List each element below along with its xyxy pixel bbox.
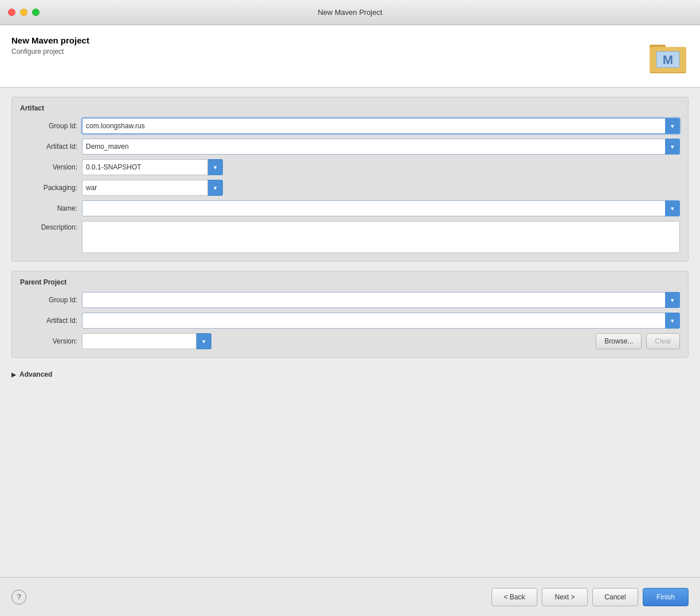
group-id-dropdown[interactable]: [665, 118, 680, 134]
browse-button[interactable]: Browse...: [596, 333, 642, 349]
svg-text:M: M: [663, 53, 673, 67]
parent-version-select[interactable]: [82, 333, 196, 349]
traffic-lights: [8, 9, 40, 16]
close-button[interactable]: [8, 9, 15, 16]
parent-artifact-id-row: Artifact Id:: [20, 313, 680, 329]
parent-group-id-row: Group Id:: [20, 292, 680, 308]
parent-group-id-input[interactable]: [82, 292, 680, 308]
artifact-id-input[interactable]: [82, 139, 680, 155]
maven-icon: M: [647, 35, 689, 77]
parent-artifact-id-input[interactable]: [82, 313, 680, 329]
version-select-wrapper: 0.0.1-SNAPSHOT: [82, 159, 223, 175]
title-bar: New Maven Project: [0, 0, 700, 25]
version-label: Version:: [20, 163, 77, 171]
name-row: Name:: [20, 200, 680, 216]
group-id-wrapper: [82, 118, 680, 134]
advanced-arrow-icon: ▶: [11, 371, 16, 378]
parent-group-id-dropdown[interactable]: [665, 292, 680, 308]
next-button[interactable]: Next >: [542, 588, 588, 606]
packaging-dropdown-btn[interactable]: [208, 180, 223, 196]
dialog-footer: ? < Back Next > Cancel Finish: [0, 577, 700, 616]
artifact-id-label: Artifact Id:: [20, 143, 77, 151]
parent-version-label: Version:: [20, 337, 77, 345]
version-select[interactable]: 0.0.1-SNAPSHOT: [82, 159, 208, 175]
packaging-row: Packaging: war jar pom: [20, 180, 680, 196]
artifact-id-row: Artifact Id:: [20, 139, 680, 155]
name-dropdown[interactable]: [665, 200, 680, 216]
group-id-input[interactable]: [82, 118, 680, 134]
version-dropdown-btn[interactable]: [208, 159, 223, 175]
version-row: Version: 0.0.1-SNAPSHOT: [20, 159, 680, 175]
parent-project-section: Parent Project Group Id: Artifact Id:: [11, 271, 689, 358]
artifact-id-dropdown[interactable]: [665, 139, 680, 155]
dialog-body: Artifact Group Id: Artifact Id: Versi: [0, 88, 700, 577]
name-label: Name:: [20, 204, 77, 212]
packaging-label: Packaging:: [20, 184, 77, 192]
description-input[interactable]: [82, 221, 680, 253]
packaging-select[interactable]: war jar pom: [82, 180, 208, 196]
footer-left: ?: [11, 590, 26, 605]
group-id-label: Group Id:: [20, 122, 77, 130]
packaging-select-wrapper: war jar pom: [82, 180, 223, 196]
dialog-header: New Maven project Configure project M: [0, 25, 700, 88]
maximize-button[interactable]: [32, 9, 40, 16]
help-button[interactable]: ?: [11, 590, 26, 605]
group-id-row: Group Id:: [20, 118, 680, 134]
description-row: Description:: [20, 221, 680, 253]
parent-project-title: Parent Project: [20, 278, 680, 286]
advanced-label: Advanced: [19, 370, 52, 378]
name-wrapper: [82, 200, 680, 216]
header-text: New Maven project Configure project: [11, 35, 89, 56]
dialog-main-title: New Maven project: [11, 35, 89, 45]
footer-right: < Back Next > Cancel Finish: [491, 588, 689, 606]
minimize-button[interactable]: [20, 9, 27, 16]
window-title: New Maven Project: [318, 8, 383, 17]
dialog-content: New Maven project Configure project M Ar…: [0, 25, 700, 616]
artifact-id-wrapper: [82, 139, 680, 155]
parent-artifact-id-wrapper: [82, 313, 680, 329]
parent-version-row: Version: Browse... Clear: [20, 333, 680, 349]
parent-version-select-wrapper: [82, 333, 211, 349]
name-input[interactable]: [82, 200, 680, 216]
description-wrapper: [82, 221, 680, 253]
parent-group-id-label: Group Id:: [20, 296, 77, 304]
back-button[interactable]: < Back: [491, 588, 537, 606]
parent-artifact-id-label: Artifact Id:: [20, 317, 77, 325]
clear-button[interactable]: Clear: [646, 333, 680, 349]
artifact-section-title: Artifact: [20, 104, 680, 112]
advanced-section[interactable]: ▶ Advanced: [11, 367, 689, 382]
dialog-subtitle: Configure project: [11, 48, 89, 56]
cancel-button[interactable]: Cancel: [592, 588, 638, 606]
parent-version-dropdown-btn[interactable]: [196, 333, 211, 349]
parent-group-id-wrapper: [82, 292, 680, 308]
parent-artifact-id-dropdown[interactable]: [665, 313, 680, 329]
artifact-section: Artifact Group Id: Artifact Id: Versi: [11, 97, 689, 262]
description-label: Description:: [20, 221, 77, 231]
finish-button[interactable]: Finish: [643, 588, 689, 606]
